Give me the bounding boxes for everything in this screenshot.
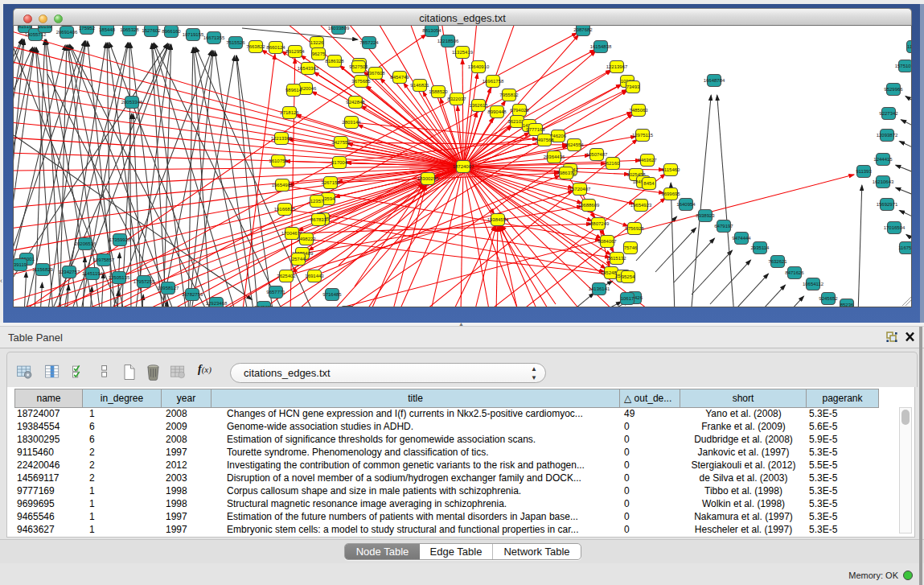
svg-text:11451194: 11451194: [82, 271, 103, 276]
svg-text:19384554: 19384554: [487, 217, 509, 222]
svg-text:20364436: 20364436: [544, 154, 565, 159]
svg-text:6479197: 6479197: [714, 224, 733, 229]
svg-text:16543362: 16543362: [298, 66, 319, 71]
svg-text:7986372: 7986372: [556, 171, 576, 175]
svg-text:9699695: 9699695: [661, 192, 680, 196]
svg-text:1498222: 1498222: [297, 237, 316, 241]
svg-text:16961758: 16961758: [483, 79, 504, 84]
svg-text:1588520: 1588520: [429, 89, 448, 94]
svg-text:15692971: 15692971: [877, 202, 898, 207]
svg-text:25744: 25744: [292, 257, 306, 262]
svg-text:1691443: 1691443: [305, 274, 324, 278]
svg-text:2087682: 2087682: [573, 27, 593, 32]
svg-text:12923468: 12923468: [206, 301, 228, 306]
svg-text:19654985: 19654985: [272, 183, 294, 187]
svg-text:3675685: 3675685: [351, 79, 371, 84]
svg-text:1065328: 1065328: [120, 27, 139, 32]
svg-text:867833: 867833: [310, 217, 327, 222]
svg-text:12975115: 12975115: [632, 133, 654, 138]
svg-text:7485063: 7485063: [629, 108, 648, 113]
svg-text:6794028: 6794028: [510, 108, 529, 113]
svg-text:15751074: 15751074: [895, 64, 912, 68]
svg-text:18300295: 18300295: [417, 176, 439, 181]
svg-text:185448: 185448: [99, 27, 116, 32]
svg-text:3624554: 3624554: [565, 142, 584, 147]
svg-text:16154838: 16154838: [590, 44, 612, 49]
svg-text:20206516: 20206516: [75, 241, 97, 246]
svg-text:911393: 911393: [856, 169, 872, 174]
svg-text:11156829: 11156829: [32, 267, 53, 272]
svg-text:7625402: 7625402: [277, 274, 296, 278]
svg-text:85236: 85236: [840, 303, 854, 307]
svg-text:317004: 317004: [331, 160, 348, 165]
svg-text:9227342: 9227342: [879, 111, 898, 116]
svg-text:15720407: 15720407: [569, 187, 591, 192]
svg-text:19654923: 19654923: [630, 203, 652, 208]
svg-text:12342757: 12342757: [59, 270, 80, 274]
svg-text:8938923: 8938923: [696, 213, 715, 218]
svg-text:39119: 39119: [14, 262, 27, 267]
svg-text:3427552: 3427552: [331, 140, 351, 145]
svg-text:17957255: 17957255: [133, 279, 155, 284]
svg-text:12357: 12357: [310, 199, 324, 204]
svg-text:10958127: 10958127: [158, 286, 179, 290]
svg-text:2367608: 2367608: [366, 71, 385, 76]
svg-text:16671355: 16671355: [203, 35, 225, 40]
svg-text:18807249: 18807249: [588, 221, 610, 226]
svg-text:20691406: 20691406: [56, 30, 78, 35]
svg-text:12213967: 12213967: [606, 64, 628, 69]
svg-text:1610755: 1610755: [269, 159, 288, 163]
svg-text:17359928: 17359928: [109, 237, 131, 242]
svg-text:9146821: 9146821: [410, 83, 429, 88]
svg-text:7857224: 7857224: [359, 40, 379, 45]
svg-text:9115460: 9115460: [662, 167, 681, 172]
svg-text:7663822: 7663822: [246, 44, 265, 49]
svg-text:16648784: 16648784: [704, 78, 725, 83]
svg-text:8322037: 8322037: [447, 97, 466, 101]
svg-text:8454749: 8454749: [390, 75, 409, 80]
svg-text:8966160: 8966160: [162, 29, 181, 34]
svg-text:9529966: 9529966: [884, 87, 903, 92]
svg-text:9527505: 9527505: [349, 64, 368, 69]
svg-text:8912954: 8912954: [285, 49, 305, 54]
svg-text:175952: 175952: [79, 26, 96, 31]
svg-text:2718126: 2718126: [280, 110, 299, 115]
svg-text:14055712: 14055712: [25, 32, 47, 37]
svg-text:95254: 95254: [622, 274, 635, 279]
svg-text:9084067: 9084067: [598, 239, 617, 244]
svg-text:8660124: 8660124: [266, 45, 285, 50]
svg-text:75746: 75746: [624, 245, 638, 250]
svg-text:9245652: 9245652: [819, 296, 838, 301]
svg-text:9777169: 9777169: [526, 127, 545, 132]
svg-text:20053346: 20053346: [121, 100, 143, 105]
svg-text:20159: 20159: [39, 26, 52, 29]
svg-text:9242848: 9242848: [346, 100, 365, 105]
svg-text:12218506: 12218506: [437, 39, 459, 43]
svg-text:8471626: 8471626: [785, 270, 804, 275]
svg-text:10617: 10617: [621, 296, 634, 301]
svg-text:2935114: 2935114: [751, 245, 770, 250]
svg-text:10975857: 10975857: [93, 257, 115, 262]
svg-text:9716485: 9716485: [322, 292, 342, 297]
svg-text:17016504: 17016504: [884, 225, 906, 230]
svg-text:7632621: 7632621: [768, 259, 787, 264]
svg-text:16782759: 16782759: [182, 292, 203, 297]
svg-text:8990448: 8990448: [487, 109, 507, 114]
svg-text:10719155: 10719155: [183, 32, 204, 37]
svg-text:10688609: 10688609: [578, 203, 600, 208]
svg-text:13640910: 13640910: [468, 64, 490, 69]
svg-text:9756928: 9756928: [625, 226, 644, 231]
svg-text:1640954: 1640954: [676, 202, 696, 207]
svg-text:7955812: 7955812: [499, 93, 519, 97]
svg-text:9463627: 9463627: [638, 158, 657, 163]
svg-text:8186328: 8186328: [325, 59, 344, 64]
svg-text:11124: 11124: [907, 44, 912, 49]
svg-text:9245093: 9245093: [254, 305, 273, 307]
svg-text:9474444: 9474444: [732, 236, 751, 241]
svg-text:16033809: 16033809: [328, 26, 350, 31]
svg-text:989614: 989614: [285, 88, 302, 93]
svg-text:10654112: 10654112: [803, 282, 824, 286]
svg-text:13226: 13226: [310, 40, 324, 45]
svg-text:1527602: 1527602: [142, 28, 161, 33]
svg-text:10507487: 10507487: [586, 152, 608, 157]
